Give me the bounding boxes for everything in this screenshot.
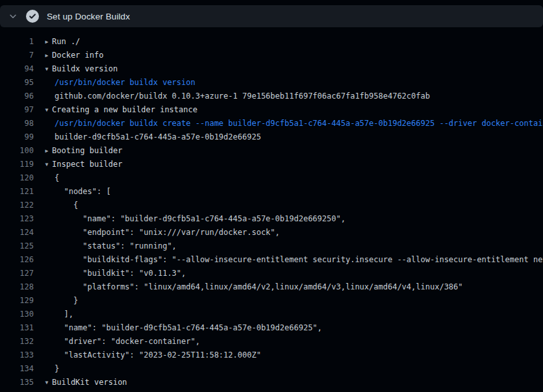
line-number[interactable]: 99 — [0, 130, 34, 144]
log-line-row: 132 "driver": "docker-container", — [0, 335, 543, 349]
line-number[interactable]: 1 — [0, 35, 34, 49]
log-line-row: 127 "buildkit": "v0.11.3", — [0, 267, 543, 280]
triangle-down-icon[interactable]: ▼ — [43, 62, 51, 76]
log-line-row: 125 "status": "running", — [0, 239, 543, 253]
group-title: Booting builder — [52, 144, 122, 158]
log-group-row[interactable]: 135▼BuildKit version — [0, 376, 543, 389]
log-line-row: 99builder-d9cfb5a1-c764-445a-a57e-0b19d2… — [0, 130, 543, 144]
log-container[interactable]: 1▶Run ./7▶Docker info94▼Buildx version95… — [0, 27, 543, 392]
step-title: Set up Docker Buildx — [47, 12, 130, 21]
log-line-row: 120{ — [0, 171, 543, 185]
output-text: } — [55, 294, 78, 308]
triangle-right-icon[interactable]: ▶ — [43, 144, 51, 158]
output-text: "status": "running", — [55, 239, 177, 253]
group-title: BuildKit version — [52, 376, 127, 389]
output-text: github.com/docker/buildx 0.10.3+azure-1 … — [55, 90, 430, 103]
group-title: Docker info — [52, 49, 103, 62]
output-text: { — [55, 199, 78, 212]
group-title: Buildx version — [52, 62, 118, 76]
output-text: "nodes": [ — [55, 185, 111, 199]
line-number[interactable]: 124 — [0, 226, 34, 239]
line-number[interactable]: 119 — [0, 158, 34, 171]
log-line-row: 96github.com/docker/buildx 0.10.3+azure-… — [0, 90, 543, 103]
command-text: /usr/bin/docker buildx version — [55, 76, 196, 90]
log-line-row: 136builder-d9cfb5a1-c764-445a-a57e-0b19d… — [0, 389, 543, 392]
line-number[interactable]: 121 — [0, 185, 34, 199]
step-header[interactable]: Set up Docker Buildx — [0, 5, 543, 27]
log-line-row: 129 } — [0, 294, 543, 308]
line-number[interactable]: 131 — [0, 321, 34, 335]
line-number[interactable]: 123 — [0, 212, 34, 226]
line-number[interactable]: 100 — [0, 144, 34, 158]
log-line-row: 134} — [0, 362, 543, 376]
log-group-row[interactable]: 1▶Run ./ — [0, 35, 543, 49]
log-group-row[interactable]: 100▶Booting builder — [0, 144, 543, 158]
output-text: builder-d9cfb5a1-c764-445a-a57e-0b19d2e6… — [55, 130, 261, 144]
line-number[interactable]: 122 — [0, 199, 34, 212]
output-text: builder-d9cfb5a1-c764-445a-a57e-0b19d2e6… — [55, 389, 308, 392]
line-number[interactable]: 130 — [0, 308, 34, 321]
log-group-row[interactable]: 7▶Docker info — [0, 49, 543, 62]
log-line-row: 124 "endpoint": "unix:///var/run/docker.… — [0, 226, 543, 239]
line-number[interactable]: 128 — [0, 280, 34, 294]
triangle-right-icon[interactable]: ▶ — [43, 49, 51, 62]
line-number[interactable]: 94 — [0, 62, 34, 76]
line-number[interactable]: 98 — [0, 117, 34, 130]
output-text: "lastActivity": "2023-02-25T11:58:12.000… — [55, 349, 261, 362]
log-group-row[interactable]: 119▼Inspect builder — [0, 158, 543, 171]
triangle-down-icon[interactable]: ▼ — [43, 376, 51, 389]
output-text: "name": "builder-d9cfb5a1-c764-445a-a57e… — [55, 321, 322, 335]
triangle-down-icon[interactable]: ▼ — [43, 158, 51, 171]
log-line-row: 131 "name": "builder-d9cfb5a1-c764-445a-… — [0, 321, 543, 335]
command-text: /usr/bin/docker buildx create --name bui… — [55, 117, 543, 130]
line-number[interactable]: 127 — [0, 267, 34, 280]
output-text: } — [55, 362, 59, 376]
log-line-row: 130 ], — [0, 308, 543, 321]
log-line-row: 122 { — [0, 199, 543, 212]
group-title: Creating a new builder instance — [52, 103, 197, 117]
line-number[interactable]: 96 — [0, 90, 34, 103]
log-line-row: 98/usr/bin/docker buildx create --name b… — [0, 117, 543, 130]
output-text: { — [55, 171, 59, 185]
line-number[interactable]: 7 — [0, 49, 34, 62]
log-line-row: 95/usr/bin/docker buildx version — [0, 76, 543, 90]
line-number[interactable]: 126 — [0, 253, 34, 267]
log-group-row[interactable]: 97▼Creating a new builder instance — [0, 103, 543, 117]
line-number[interactable]: 133 — [0, 349, 34, 362]
output-text: "buildkit": "v0.11.3", — [55, 267, 186, 280]
output-text: ], — [55, 308, 73, 321]
group-title: Inspect builder — [52, 158, 122, 171]
triangle-right-icon[interactable]: ▶ — [43, 35, 51, 49]
line-number[interactable]: 95 — [0, 76, 34, 90]
line-number[interactable]: 125 — [0, 239, 34, 253]
log-line-row: 123 "name": "builder-d9cfb5a1-c764-445a-… — [0, 212, 543, 226]
output-text: "platforms": "linux/amd64,linux/amd64/v2… — [55, 280, 463, 294]
line-number[interactable]: 97 — [0, 103, 34, 117]
check-circle-icon — [26, 10, 39, 23]
line-number[interactable]: 129 — [0, 294, 34, 308]
line-number[interactable]: 136 — [0, 389, 34, 392]
log-line-row: 133 "lastActivity": "2023-02-25T11:58:12… — [0, 349, 543, 362]
log-line-row: 126 "buildkitd-flags": "--allow-insecure… — [0, 253, 543, 267]
output-text: "buildkitd-flags": "--allow-insecure-ent… — [55, 253, 543, 267]
log-group-row[interactable]: 94▼Buildx version — [0, 62, 543, 76]
line-number[interactable]: 134 — [0, 362, 34, 376]
line-number[interactable]: 120 — [0, 171, 34, 185]
actions-log-viewer: Set up Docker Buildx 1▶Run ./7▶Docker in… — [0, 0, 543, 392]
line-number[interactable]: 132 — [0, 335, 34, 349]
output-text: "endpoint": "unix:///var/run/docker.sock… — [55, 226, 280, 239]
output-text: "driver": "docker-container", — [55, 335, 200, 349]
chevron-down-icon[interactable] — [8, 12, 18, 21]
line-number[interactable]: 135 — [0, 376, 34, 389]
log-line-row: 128 "platforms": "linux/amd64,linux/amd6… — [0, 280, 543, 294]
output-text: "name": "builder-d9cfb5a1-c764-445a-a57e… — [55, 212, 346, 226]
group-title: Run ./ — [52, 35, 80, 49]
triangle-down-icon[interactable]: ▼ — [43, 103, 51, 117]
log-line-row: 121 "nodes": [ — [0, 185, 543, 199]
